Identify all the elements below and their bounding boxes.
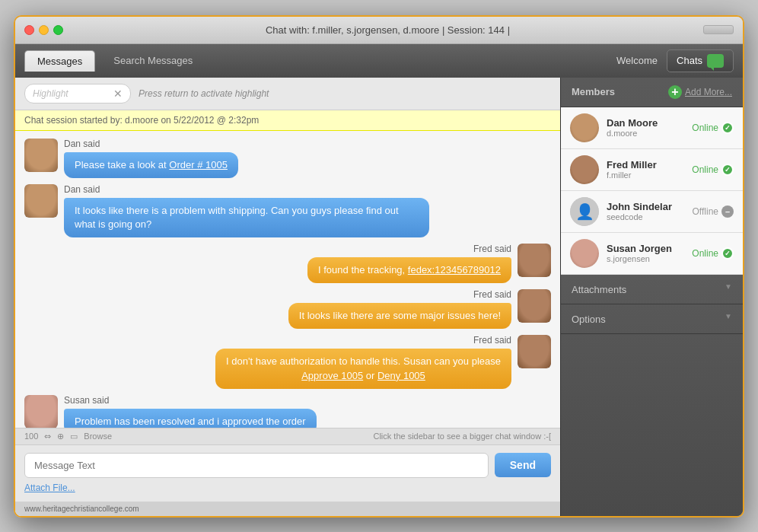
status-hint: Click the sidebar to see a bigger chat w…: [373, 432, 551, 441]
avatar-dan-2: [24, 184, 58, 218]
traffic-lights: [24, 25, 63, 35]
member-info-dan: Dan Moore d.moore: [607, 117, 684, 138]
close-button[interactable]: [24, 25, 34, 35]
attachments-label: Attachments: [572, 284, 626, 295]
message-content: Susan said Problem has been resolved and…: [64, 395, 317, 428]
message-bubble: I found the tracking, fedex:123456789012: [307, 257, 511, 283]
sidebar-section-attachments[interactable]: Attachments ▼: [561, 275, 743, 304]
tab-search-messages[interactable]: Search Messages: [101, 50, 205, 71]
status-bar: 100 ⇔ ⊕ ▭ Browse Click the sidebar to se…: [15, 428, 560, 444]
messages-area[interactable]: Dan said Please take a look at Order # 1…: [15, 131, 560, 428]
message-row-right: Fred said I found the tracking, fedex:12…: [24, 244, 551, 283]
attach-file-link[interactable]: Attach File...: [24, 483, 75, 493]
welcome-button[interactable]: Welcome: [616, 55, 658, 66]
members-title: Members: [572, 86, 615, 97]
message-sender: Fred said: [473, 289, 511, 300]
message-content: Fred said It looks like there are some m…: [288, 289, 511, 329]
member-status-dan: Online: [692, 122, 734, 134]
input-row: Send: [24, 453, 551, 478]
avatar-fred-3: [518, 335, 551, 368]
add-circle-icon: +: [668, 85, 682, 99]
chats-button[interactable]: Chats: [667, 49, 734, 72]
member-info-fred: Fred Miller f.miller: [607, 159, 684, 180]
message-bubble: It looks like there is a problem with sh…: [64, 198, 429, 237]
order-link[interactable]: Order # 1005: [169, 159, 228, 170]
member-handle: s.jorgensen: [607, 254, 684, 263]
message-bubble: It looks like there are some major issue…: [288, 303, 511, 329]
avatar-fred: [518, 244, 551, 277]
member-item-john[interactable]: 👤 John Sindelar seedcode Offline: [561, 191, 743, 233]
add-more-button[interactable]: + Add More...: [668, 85, 732, 99]
member-status-fred: Online: [692, 164, 734, 176]
sidebar-sections: Attachments ▼ Options ▼: [561, 275, 743, 516]
avatar-dan: [24, 139, 58, 172]
status-icon-1: ⊕: [57, 432, 64, 441]
online-indicator: [721, 247, 734, 260]
session-banner: Chat session started by: d.moore on 5/22…: [15, 110, 560, 131]
message-content: Fred said I don't have authorization to …: [215, 335, 511, 388]
message-content: Dan said Please take a look at Order # 1…: [64, 139, 238, 178]
status-icon-2: ▭: [70, 432, 78, 441]
chat-panel: Highlight ✕ Press return to activate hig…: [15, 78, 560, 516]
message-row-right-2: Fred said It looks like there are some m…: [24, 289, 551, 329]
member-avatar-fred: [570, 155, 599, 184]
search-hint: Press return to activate highlight: [139, 88, 269, 99]
member-handle: seedcode: [607, 212, 685, 221]
message-content: Dan said It looks like there is a proble…: [64, 184, 429, 237]
message-bubble: Problem has been resolved and i approved…: [64, 409, 317, 428]
toolbar: Messages Search Messages Welcome Chats: [15, 44, 743, 78]
fedex-link[interactable]: fedex:123456789012: [408, 264, 501, 276]
default-avatar-icon: 👤: [570, 197, 599, 226]
message-input[interactable]: [24, 453, 489, 478]
member-name: Susan Jorgen: [607, 243, 684, 254]
member-list: Dan Moore d.moore Online Fred Miller f.m…: [561, 107, 743, 275]
member-handle: f.miller: [607, 170, 684, 180]
minimize-button[interactable]: [39, 25, 49, 35]
highlight-placeholder: Highlight: [33, 88, 68, 99]
window-title: Chat with: f.miller, s.jorgensen, d.moor…: [72, 24, 703, 36]
message-bubble: Please take a look at Order # 1005: [64, 152, 238, 178]
app-window: Chat with: f.miller, s.jorgensen, d.moor…: [14, 15, 744, 518]
message-content: Fred said I found the tracking, fedex:12…: [307, 244, 511, 283]
tab-messages[interactable]: Messages: [24, 50, 95, 72]
message-row: Dan said Please take a look at Order # 1…: [24, 139, 551, 178]
message-sender: Susan said: [64, 395, 317, 406]
avatar-fred-2: [518, 289, 551, 323]
zoom-level: 100: [24, 432, 38, 441]
message-row-susan: Susan said Problem has been resolved and…: [24, 395, 551, 428]
member-item-fred[interactable]: Fred Miller f.miller Online: [561, 149, 743, 191]
member-avatar-dan: [570, 113, 599, 142]
send-button[interactable]: Send: [495, 453, 551, 477]
title-bar: Chat with: f.miller, s.jorgensen, d.moor…: [15, 17, 743, 44]
options-label: Options: [572, 314, 606, 325]
message-sender: Fred said: [473, 244, 511, 254]
member-status-john: Offline: [693, 205, 734, 218]
member-item-dan[interactable]: Dan Moore d.moore Online: [561, 107, 743, 149]
deny-link[interactable]: Deny 1005: [377, 370, 425, 381]
footer-url: www.heritagechristiancollege.com: [24, 505, 139, 513]
approve-link[interactable]: Approve 1005: [301, 370, 363, 381]
avatar-susan: [24, 395, 58, 428]
sidebar: Members + Add More... Dan Moore d.moore …: [560, 78, 743, 516]
toolbar-right: Welcome Chats: [616, 49, 734, 72]
browse-label[interactable]: Browse: [84, 432, 112, 441]
resize-handle[interactable]: [703, 25, 734, 34]
member-info-john: John Sindelar seedcode: [607, 201, 685, 221]
maximize-button[interactable]: [53, 25, 63, 35]
offline-indicator: [721, 205, 734, 218]
highlight-clear-icon[interactable]: ✕: [113, 88, 123, 100]
online-indicator: [721, 164, 734, 176]
highlight-input-wrapper[interactable]: Highlight ✕: [24, 84, 131, 104]
sidebar-section-options[interactable]: Options ▼: [561, 304, 743, 334]
member-item-susan[interactable]: Susan Jorgen s.jorgensen Online: [561, 233, 743, 275]
message-bubble: I don't have authorization to handle thi…: [215, 349, 511, 388]
collapse-arrow-icon: ▼: [725, 282, 732, 291]
message-sender: Dan said: [64, 184, 429, 195]
members-header: Members + Add More...: [561, 78, 743, 107]
member-status-susan: Online: [692, 247, 734, 260]
member-handle: d.moore: [607, 129, 684, 138]
member-name: Dan Moore: [607, 117, 684, 129]
message-row-right-3: Fred said I don't have authorization to …: [24, 335, 551, 388]
search-bar: Highlight ✕ Press return to activate hig…: [15, 78, 560, 110]
main-area: Highlight ✕ Press return to activate hig…: [15, 78, 743, 516]
